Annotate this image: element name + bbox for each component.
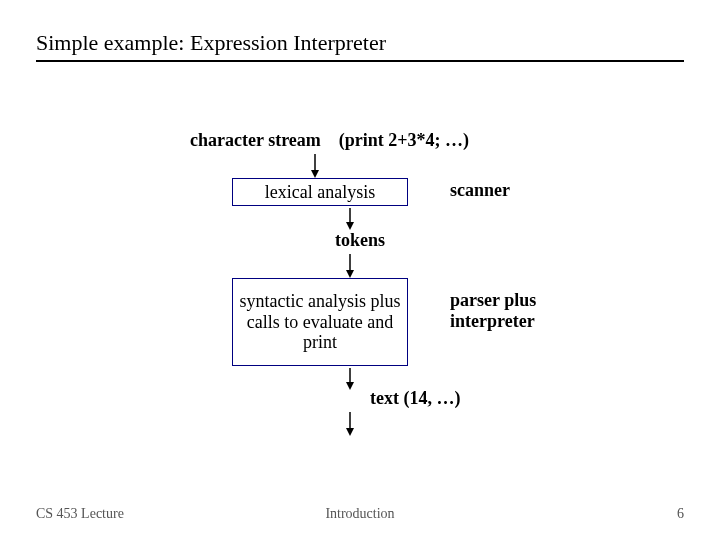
slide-title: Simple example: Expression Interpreter	[36, 30, 684, 58]
output-label: text (14, …)	[370, 388, 460, 409]
stage-syntactic-label: syntactic analysis plus calls to evaluat…	[239, 291, 401, 353]
stage-syntactic-box: syntactic analysis plus calls to evaluat…	[232, 278, 408, 366]
arrow-down-icon	[345, 208, 355, 230]
title-underline	[36, 60, 684, 62]
input-row: character stream (print 2+3*4; …)	[190, 130, 469, 151]
svg-marker-7	[346, 382, 354, 390]
slide-header: Simple example: Expression Interpreter	[36, 30, 684, 62]
footer-left: CS 453 Lecture	[36, 506, 124, 522]
arrow-down-icon	[345, 412, 355, 436]
input-example: (print 2+3*4; …)	[339, 130, 469, 150]
stage-lexical-side: scanner	[450, 180, 510, 201]
tokens-label: tokens	[335, 230, 385, 251]
svg-marker-3	[346, 222, 354, 230]
stage-syntactic-side-line2: interpreter	[450, 311, 535, 331]
stage-lexical-label: lexical analysis	[265, 182, 375, 203]
svg-marker-9	[346, 428, 354, 436]
stage-syntactic-side-line1: parser plus	[450, 290, 536, 310]
arrow-down-icon	[310, 154, 320, 178]
stage-lexical-box: lexical analysis	[232, 178, 408, 206]
stage-syntactic-side: parser plus interpreter	[450, 290, 536, 331]
svg-marker-5	[346, 270, 354, 278]
footer-center: Introduction	[325, 506, 394, 522]
svg-marker-1	[311, 170, 319, 178]
arrow-down-icon	[345, 368, 355, 390]
arrow-down-icon	[345, 254, 355, 278]
footer-page-number: 6	[677, 506, 684, 522]
slide-footer: CS 453 Lecture Introduction 6	[36, 506, 684, 522]
input-label: character stream	[190, 130, 321, 150]
